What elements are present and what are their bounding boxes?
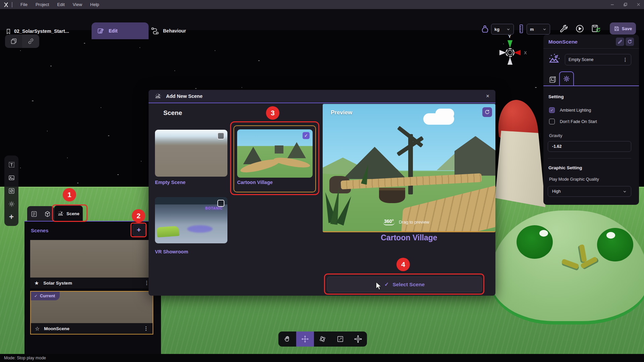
reset-rotation-icon bbox=[484, 109, 490, 115]
scale-tool-button[interactable] bbox=[331, 331, 349, 347]
menu-edit[interactable]: Edit bbox=[57, 2, 64, 7]
setting-header: Setting bbox=[548, 94, 564, 99]
status-bar: Mode: Stop play mode bbox=[0, 354, 644, 362]
maximize-button[interactable] bbox=[623, 2, 628, 7]
scene-reference-dropdown[interactable]: Empty Scene ⋮ bbox=[565, 54, 631, 65]
star-speck bbox=[258, 60, 260, 61]
scene-section-heading: Scene bbox=[163, 109, 182, 117]
ceiling-shape bbox=[155, 197, 227, 204]
current-badge: ✓ Current bbox=[31, 292, 60, 300]
duplicate-button[interactable] bbox=[5, 35, 22, 48]
annotation-rect-select-scene bbox=[324, 274, 484, 295]
scene-card-solar-system[interactable]: ★ Solar System ⋮ bbox=[30, 240, 153, 288]
gizmo-left-arrow[interactable] bbox=[499, 50, 506, 55]
text-tool-button[interactable] bbox=[8, 161, 15, 168]
drag-hint-text: Drag to preview bbox=[399, 220, 429, 225]
rocket-object[interactable] bbox=[495, 100, 549, 207]
preview-reset-button[interactable] bbox=[482, 107, 492, 117]
save-button-label: Save bbox=[622, 26, 632, 31]
length-unit-dropdown[interactable]: m bbox=[527, 24, 550, 35]
length-unit-value: m bbox=[530, 27, 534, 32]
inspector-panel: MoonScene Empty Scene ⋮ Setting ✓ Ambien… bbox=[543, 35, 639, 205]
tab-edit-label: Edit bbox=[109, 28, 117, 34]
add-object-button[interactable]: + bbox=[9, 214, 14, 220]
star-speck bbox=[20, 168, 21, 168]
tab-edit-mode[interactable]: Edit bbox=[92, 22, 149, 39]
light-tool-button[interactable] bbox=[8, 200, 15, 207]
checkbox-unchecked[interactable] bbox=[217, 200, 224, 207]
gravity-input[interactable]: -1.62 bbox=[548, 141, 631, 152]
menu-project[interactable]: Project bbox=[36, 2, 49, 7]
scenes-header: Scenes bbox=[31, 228, 49, 233]
dont-fade-row[interactable]: Don't Fade On Start bbox=[549, 119, 597, 124]
move-tool-button[interactable] bbox=[296, 331, 314, 347]
gizmo-y-arrow[interactable] bbox=[507, 40, 513, 48]
inspector-title: MoonScene bbox=[548, 39, 578, 45]
menu-view[interactable]: View bbox=[73, 2, 82, 7]
rotate-tool-button[interactable] bbox=[314, 331, 332, 347]
ambient-lighting-row[interactable]: ✓ Ambient Lighting bbox=[549, 107, 591, 113]
gizmo-x-arrow[interactable] bbox=[514, 50, 521, 55]
play-icon[interactable] bbox=[575, 24, 584, 33]
image-icon bbox=[8, 174, 15, 181]
window-controls bbox=[610, 0, 641, 9]
focus-tool-button[interactable] bbox=[349, 331, 367, 347]
save-button[interactable]: Save bbox=[610, 22, 636, 35]
star-filled-icon[interactable]: ★ bbox=[34, 280, 39, 286]
checkbox-checked[interactable]: ✓ bbox=[549, 107, 555, 113]
house-shape bbox=[454, 136, 495, 176]
link-button[interactable] bbox=[22, 35, 39, 48]
tab-hierarchy[interactable] bbox=[27, 206, 41, 222]
checkbox-unchecked[interactable] bbox=[549, 119, 555, 124]
scene-option-empty[interactable] bbox=[155, 130, 227, 177]
checkbox-unchecked[interactable] bbox=[217, 132, 224, 139]
graphic-setting-header: Graphic Setting bbox=[548, 165, 582, 170]
minimize-button[interactable] bbox=[610, 2, 614, 7]
null-object-icon bbox=[8, 187, 15, 194]
editor-window: + Y X bbox=[0, 0, 644, 362]
null-object-button[interactable] bbox=[8, 187, 15, 194]
view-gizmo[interactable]: Y X bbox=[490, 32, 531, 72]
wrench-icon[interactable] bbox=[559, 24, 569, 33]
gizmo-down-arrow[interactable] bbox=[507, 57, 513, 65]
star-speck bbox=[67, 158, 68, 158]
drag-hint: 360° Drag to preview bbox=[383, 219, 429, 225]
menu-file[interactable]: File bbox=[20, 2, 28, 7]
pan-tool-button[interactable] bbox=[278, 331, 296, 347]
close-button[interactable] bbox=[636, 2, 641, 7]
image-tool-button[interactable] bbox=[8, 174, 15, 181]
tab-settings[interactable] bbox=[559, 71, 574, 85]
car-shape bbox=[157, 226, 179, 238]
scene-option-label: Empty Scene bbox=[155, 180, 185, 185]
gizmo-center[interactable] bbox=[506, 49, 514, 57]
close-icon[interactable]: × bbox=[486, 93, 489, 100]
dots-menu-icon[interactable]: ⋮ bbox=[623, 57, 628, 62]
glow-pad bbox=[187, 225, 213, 233]
scene-menu-icon[interactable]: ⋮ bbox=[144, 325, 149, 331]
app-logo bbox=[3, 2, 9, 8]
star-outline-icon[interactable]: ☆ bbox=[35, 325, 40, 332]
menu-help[interactable]: Help bbox=[90, 2, 99, 7]
reset-button[interactable] bbox=[626, 38, 634, 46]
mass-unit-dropdown[interactable]: kg bbox=[491, 24, 514, 35]
rename-button[interactable] bbox=[616, 38, 624, 46]
scene-preview[interactable]: Preview 360° Drag to preview bbox=[323, 104, 495, 232]
project-name[interactable]: 02_SolarSystem_Start... bbox=[14, 28, 69, 34]
tab-behaviour-mode[interactable]: Behaviour bbox=[151, 22, 201, 39]
save-reload-icon[interactable] bbox=[591, 24, 601, 33]
check-icon: ✓ bbox=[550, 108, 553, 113]
divider bbox=[543, 48, 639, 49]
quality-dropdown[interactable]: High bbox=[548, 186, 631, 197]
tab-environment[interactable] bbox=[546, 74, 558, 85]
grass-blade-shape bbox=[336, 195, 355, 226]
scene-option-vr-showroom[interactable]: BOTANIC bbox=[155, 197, 227, 243]
tab-behaviour-label: Behaviour bbox=[163, 28, 186, 34]
scene-card-moonscene[interactable]: ✓ Current ☆ MoonScene ⋮ bbox=[30, 291, 153, 335]
eye-glint bbox=[606, 232, 615, 239]
window-titlebar: File Project Edit View Help bbox=[0, 0, 644, 9]
add-scene-modal: Add New Scene × Scene Empty Scene ✓ Cart… bbox=[149, 90, 495, 296]
gear-icon bbox=[563, 75, 570, 82]
star-speck bbox=[101, 107, 101, 108]
preview-label: Preview bbox=[331, 109, 352, 116]
annotation-step-2: 2 bbox=[132, 209, 145, 223]
